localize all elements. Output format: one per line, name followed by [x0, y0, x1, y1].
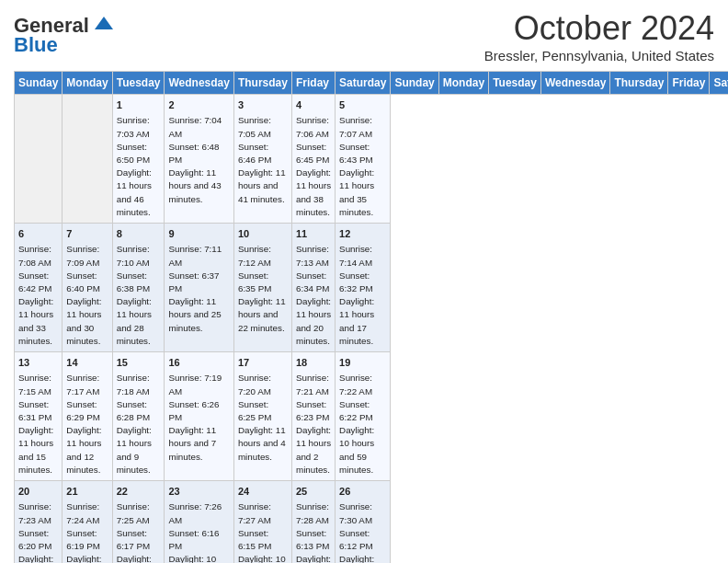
day-number: 9	[168, 227, 229, 241]
calendar-day-cell: 13Sunrise: 7:15 AMSunset: 6:31 PMDayligh…	[15, 352, 63, 481]
day-of-week-header: Thursday	[233, 72, 291, 95]
location-title: Bressler, Pennsylvania, United States	[484, 48, 714, 63]
calendar-day-cell: 26Sunrise: 7:30 AMSunset: 6:12 PMDayligh…	[336, 481, 391, 563]
day-info: Sunrise: 7:06 AMSunset: 6:45 PMDaylight:…	[296, 115, 331, 216]
calendar-day-cell: 14Sunrise: 7:17 AMSunset: 6:29 PMDayligh…	[63, 352, 112, 481]
day-number: 5	[339, 98, 386, 112]
day-of-week-header: Sunday	[391, 72, 438, 95]
day-info: Sunrise: 7:22 AMSunset: 6:22 PMDaylight:…	[339, 373, 374, 474]
day-number: 1	[117, 98, 161, 112]
logo: General Blue	[14, 9, 117, 57]
day-info: Sunrise: 7:18 AMSunset: 6:28 PMDaylight:…	[117, 373, 152, 474]
day-info: Sunrise: 7:21 AMSunset: 6:23 PMDaylight:…	[296, 373, 331, 474]
calendar-week-row: 1Sunrise: 7:03 AMSunset: 6:50 PMDaylight…	[15, 95, 729, 224]
day-info: Sunrise: 7:20 AMSunset: 6:25 PMDaylight:…	[238, 373, 286, 461]
day-number: 2	[168, 98, 229, 112]
calendar-day-cell: 2Sunrise: 7:04 AMSunset: 6:48 PMDaylight…	[165, 95, 233, 224]
calendar-day-cell: 1Sunrise: 7:03 AMSunset: 6:50 PMDaylight…	[112, 95, 165, 224]
day-number: 6	[18, 227, 58, 241]
calendar-day-cell: 23Sunrise: 7:26 AMSunset: 6:16 PMDayligh…	[165, 481, 233, 563]
day-number: 20	[18, 485, 58, 499]
day-number: 16	[168, 356, 229, 370]
calendar-week-row: 13Sunrise: 7:15 AMSunset: 6:31 PMDayligh…	[15, 352, 729, 481]
day-info: Sunrise: 7:07 AMSunset: 6:43 PMDaylight:…	[339, 115, 374, 216]
calendar-day-cell: 25Sunrise: 7:28 AMSunset: 6:13 PMDayligh…	[291, 481, 335, 563]
day-of-week-header: Monday	[63, 72, 112, 95]
title-block: October 2024 Bressler, Pennsylvania, Uni…	[484, 9, 714, 63]
day-info: Sunrise: 7:10 AMSunset: 6:38 PMDaylight:…	[117, 244, 152, 345]
calendar-header-row: SundayMondayTuesdayWednesdayThursdayFrid…	[15, 72, 729, 95]
day-info: Sunrise: 7:30 AMSunset: 6:12 PMDaylight:…	[339, 501, 374, 563]
calendar-week-row: 20Sunrise: 7:23 AMSunset: 6:20 PMDayligh…	[15, 481, 729, 563]
logo-icon	[91, 13, 117, 39]
day-number: 23	[168, 485, 229, 499]
day-info: Sunrise: 7:09 AMSunset: 6:40 PMDaylight:…	[66, 244, 101, 345]
calendar-day-cell: 24Sunrise: 7:27 AMSunset: 6:15 PMDayligh…	[233, 481, 291, 563]
day-of-week-header: Thursday	[610, 72, 668, 95]
day-info: Sunrise: 7:08 AMSunset: 6:42 PMDaylight:…	[18, 244, 53, 345]
day-info: Sunrise: 7:15 AMSunset: 6:31 PMDaylight:…	[18, 373, 53, 474]
calendar-day-cell: 15Sunrise: 7:18 AMSunset: 6:28 PMDayligh…	[112, 352, 165, 481]
day-info: Sunrise: 7:14 AMSunset: 6:32 PMDaylight:…	[339, 244, 374, 345]
calendar-day-cell: 3Sunrise: 7:05 AMSunset: 6:46 PMDaylight…	[233, 95, 291, 224]
day-info: Sunrise: 7:23 AMSunset: 6:20 PMDaylight:…	[18, 501, 53, 563]
day-info: Sunrise: 7:13 AMSunset: 6:34 PMDaylight:…	[296, 244, 331, 345]
calendar-day-cell: 9Sunrise: 7:11 AMSunset: 6:37 PMDaylight…	[165, 224, 233, 352]
calendar-day-cell: 16Sunrise: 7:19 AMSunset: 6:26 PMDayligh…	[165, 352, 233, 481]
calendar-day-cell: 21Sunrise: 7:24 AMSunset: 6:19 PMDayligh…	[63, 481, 112, 563]
day-number: 24	[238, 485, 288, 499]
day-number: 22	[117, 485, 161, 499]
day-number: 26	[339, 485, 386, 499]
calendar-day-cell: 12Sunrise: 7:14 AMSunset: 6:32 PMDayligh…	[336, 224, 391, 352]
day-number: 19	[339, 356, 386, 370]
calendar-day-cell: 6Sunrise: 7:08 AMSunset: 6:42 PMDaylight…	[15, 224, 63, 352]
calendar-table: SundayMondayTuesdayWednesdayThursdayFrid…	[14, 71, 728, 563]
calendar-day-cell	[15, 95, 63, 224]
svg-marker-0	[95, 17, 113, 29]
day-of-week-header: Sunday	[15, 72, 63, 95]
day-of-week-header: Monday	[438, 72, 488, 95]
day-info: Sunrise: 7:25 AMSunset: 6:17 PMDaylight:…	[117, 501, 152, 563]
day-of-week-header: Tuesday	[489, 72, 541, 95]
calendar-day-cell	[63, 95, 112, 224]
day-info: Sunrise: 7:28 AMSunset: 6:13 PMDaylight:…	[296, 501, 331, 563]
calendar-day-cell: 4Sunrise: 7:06 AMSunset: 6:45 PMDaylight…	[291, 95, 335, 224]
day-number: 3	[238, 98, 288, 112]
day-number: 10	[238, 227, 288, 241]
calendar-day-cell: 20Sunrise: 7:23 AMSunset: 6:20 PMDayligh…	[15, 481, 63, 563]
day-info: Sunrise: 7:19 AMSunset: 6:26 PMDaylight:…	[168, 373, 222, 461]
day-of-week-header: Wednesday	[165, 72, 233, 95]
day-number: 7	[66, 227, 108, 241]
day-of-week-header: Saturday	[710, 72, 728, 95]
day-number: 18	[296, 356, 331, 370]
page-header: General Blue October 2024 Bressler, Penn…	[14, 9, 714, 63]
month-title: October 2024	[484, 9, 714, 48]
day-info: Sunrise: 7:17 AMSunset: 6:29 PMDaylight:…	[66, 373, 101, 474]
day-number: 25	[296, 485, 331, 499]
day-number: 4	[296, 98, 331, 112]
day-info: Sunrise: 7:12 AMSunset: 6:35 PMDaylight:…	[238, 244, 286, 332]
day-of-week-header: Friday	[291, 72, 335, 95]
day-number: 11	[296, 227, 331, 241]
day-number: 21	[66, 485, 108, 499]
logo-text-blue: Blue	[14, 33, 58, 57]
day-number: 14	[66, 356, 108, 370]
day-number: 13	[18, 356, 58, 370]
calendar-day-cell: 5Sunrise: 7:07 AMSunset: 6:43 PMDaylight…	[336, 95, 391, 224]
calendar-week-row: 6Sunrise: 7:08 AMSunset: 6:42 PMDaylight…	[15, 224, 729, 352]
day-info: Sunrise: 7:26 AMSunset: 6:16 PMDaylight:…	[168, 501, 222, 563]
calendar-day-cell: 8Sunrise: 7:10 AMSunset: 6:38 PMDaylight…	[112, 224, 165, 352]
day-info: Sunrise: 7:03 AMSunset: 6:50 PMDaylight:…	[117, 115, 152, 216]
day-of-week-header: Tuesday	[112, 72, 165, 95]
day-number: 15	[117, 356, 161, 370]
calendar-day-cell: 7Sunrise: 7:09 AMSunset: 6:40 PMDaylight…	[63, 224, 112, 352]
calendar-day-cell: 22Sunrise: 7:25 AMSunset: 6:17 PMDayligh…	[112, 481, 165, 563]
calendar-day-cell: 19Sunrise: 7:22 AMSunset: 6:22 PMDayligh…	[336, 352, 391, 481]
calendar-day-cell: 10Sunrise: 7:12 AMSunset: 6:35 PMDayligh…	[233, 224, 291, 352]
day-info: Sunrise: 7:04 AMSunset: 6:48 PMDaylight:…	[168, 115, 222, 203]
day-of-week-header: Saturday	[336, 72, 391, 95]
day-number: 8	[117, 227, 161, 241]
day-number: 12	[339, 227, 386, 241]
day-of-week-header: Friday	[668, 72, 710, 95]
day-info: Sunrise: 7:11 AMSunset: 6:37 PMDaylight:…	[168, 244, 222, 332]
